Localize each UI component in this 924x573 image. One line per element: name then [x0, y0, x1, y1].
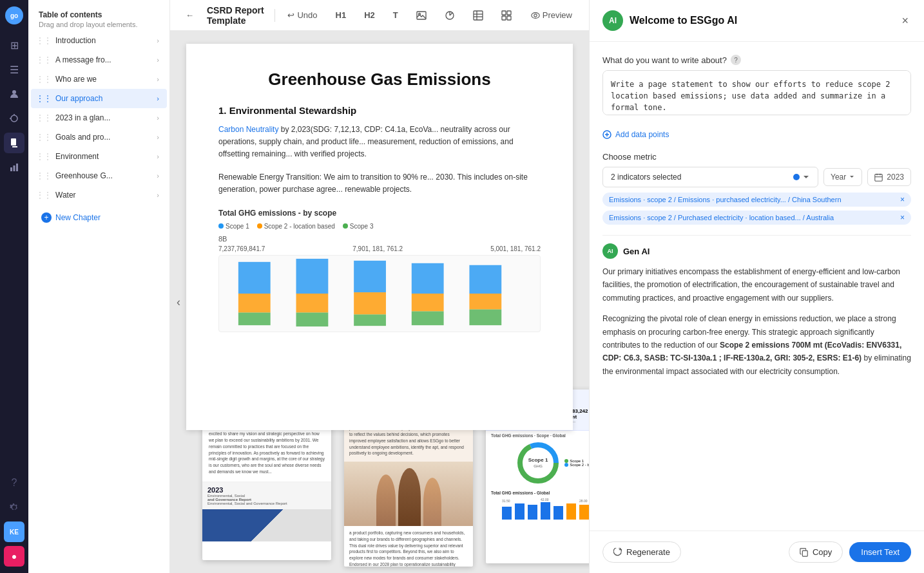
sidebar-item-label: Water — [55, 191, 153, 200]
svg-rect-54 — [875, 174, 882, 181]
copy-button[interactable]: Copy — [789, 541, 843, 563]
chart-section: Total GHG emissions - by scope Scope 1 S… — [218, 209, 541, 332]
drag-handle-icon: ⋮⋮ — [36, 152, 52, 161]
svg-point-19 — [534, 14, 537, 16]
svg-rect-44 — [553, 506, 563, 520]
metric-selector-row: 2 indicators selected Year 2023 — [602, 167, 911, 187]
ai-avatar: AI — [602, 10, 623, 31]
doc-body-paragraph-2: Renewable Energy Transition: We aim to t… — [218, 171, 541, 196]
back-icon: ← — [186, 10, 194, 20]
grid-button[interactable] — [496, 8, 517, 23]
undo-button[interactable]: ↩ Undo — [282, 8, 322, 23]
carbon-neutrality-link[interactable]: Carbon Neutrality — [218, 125, 278, 134]
nav-chart-icon[interactable] — [4, 157, 24, 178]
close-panel-button[interactable]: × — [899, 12, 911, 30]
date-value: 2023 — [887, 173, 904, 182]
tag-close-1[interactable]: × — [900, 195, 905, 204]
regenerate-icon — [613, 548, 622, 557]
text-button[interactable]: T — [388, 8, 403, 23]
svg-rect-23 — [296, 259, 329, 294]
metric-dot — [793, 174, 800, 180]
nav-document-icon[interactable] — [4, 133, 24, 153]
svg-rect-5 — [14, 165, 15, 171]
svg-rect-21 — [238, 294, 271, 313]
legend-scope3: Scope 3 — [343, 223, 374, 230]
svg-rect-4 — [10, 167, 12, 171]
chart-button[interactable] — [439, 8, 460, 23]
sidebar-item-water[interactable]: ⋮⋮ Water › — [31, 185, 167, 205]
preview-button[interactable]: Preview — [525, 8, 579, 23]
help-icon[interactable]: ? — [4, 473, 24, 493]
nav-refresh-icon[interactable] — [4, 108, 24, 129]
chevron-right-icon: › — [157, 133, 159, 141]
new-chapter-button[interactable]: + New Chapter — [34, 207, 164, 228]
ai-panel-title-row: AI Welcome to ESGgo AI — [602, 10, 737, 31]
chevron-right-icon: › — [157, 75, 159, 83]
svg-rect-34 — [469, 310, 501, 326]
h1-button[interactable]: H1 — [331, 8, 352, 23]
add-chapter-icon: + — [41, 212, 52, 223]
svg-text:Scope 1: Scope 1 — [528, 457, 548, 463]
nav-contacts-icon[interactable] — [4, 84, 24, 104]
copy-label: Copy — [813, 547, 832, 557]
sidebar-item-our-approach[interactable]: ⋮⋮ Our approach › — [31, 89, 167, 108]
sidebar-item-label: Environment — [55, 152, 153, 161]
chevron-right-icon: › — [157, 56, 159, 64]
calendar-icon — [874, 173, 883, 182]
footer-actions: Copy Insert Text — [789, 541, 911, 563]
add-data-label: Add data points — [615, 130, 669, 139]
svg-point-36 — [520, 445, 556, 481]
chart-legend: Scope 1 Scope 2 - location based Scope 3 — [218, 223, 541, 230]
tag-close-2[interactable]: × — [900, 213, 905, 222]
svg-rect-45 — [566, 503, 576, 520]
svg-point-1 — [11, 115, 17, 122]
user-avatar-ke[interactable]: KE — [4, 521, 24, 542]
chevron-right-icon: › — [157, 191, 159, 199]
back-button[interactable]: ← — [180, 8, 199, 23]
sidebar-item-environment[interactable]: ⋮⋮ Environment › — [31, 147, 167, 166]
svg-rect-46 — [579, 505, 589, 520]
chart-container — [218, 255, 541, 332]
regenerate-label: Regenerate — [626, 547, 670, 557]
chart-values: 7,237,769,841.7 7,901, 181, 761.2 5,001,… — [218, 245, 541, 252]
sidebar-item-who-are-we[interactable]: ⋮⋮ Who are we › — [31, 70, 167, 89]
user-avatar-second[interactable]: ● — [4, 546, 24, 567]
nav-home-icon[interactable]: ⊞ — [4, 35, 24, 55]
year-dropdown[interactable]: Year — [823, 168, 862, 186]
sidebar-item-greenhouse[interactable]: ⋮⋮ Greenhouse G... › — [31, 166, 167, 185]
svg-text:42.00: 42.00 — [541, 498, 549, 502]
sidebar: Table of contents Drag and drop layout e… — [28, 0, 170, 573]
svg-rect-0 — [12, 90, 16, 94]
drag-handle-icon: ⋮⋮ — [36, 94, 52, 103]
chart-prefix: 8B — [218, 235, 541, 243]
info-icon[interactable]: ? — [731, 55, 741, 65]
sidebar-item-introduction[interactable]: ⋮⋮ Introduction › — [31, 31, 167, 50]
svg-rect-6 — [16, 164, 18, 171]
sidebar-item-2023-glan[interactable]: ⋮⋮ 2023 in a glan... › — [31, 108, 167, 127]
sidebar-item-message[interactable]: ⋮⋮ A message fro... › — [31, 50, 167, 70]
image-button[interactable] — [411, 8, 432, 23]
indicator-dropdown[interactable]: 2 indicators selected — [602, 167, 818, 187]
prompt-label: What do you want to write about? ? — [602, 55, 911, 65]
chevron-right-icon: › — [157, 172, 159, 180]
legend-scope1: Scope 1 — [218, 223, 249, 230]
settings-icon[interactable] — [4, 497, 24, 518]
ai-response-header: AI Gen AI — [602, 243, 911, 259]
insert-label: Insert Text — [861, 547, 900, 557]
sidebar-item-goals[interactable]: ⋮⋮ Goals and pro... › — [31, 127, 167, 147]
prompt-textarea[interactable]: Write a page statement to show our effor… — [602, 70, 911, 115]
table-button[interactable] — [468, 8, 488, 23]
insert-text-button[interactable]: Insert Text — [849, 542, 911, 562]
h2-button[interactable]: H2 — [359, 8, 380, 23]
add-data-points-button[interactable]: Add data points — [602, 127, 911, 142]
date-dropdown[interactable]: 2023 — [867, 168, 911, 186]
nav-apps-icon[interactable]: ☰ — [4, 59, 24, 80]
drag-handle-icon: ⋮⋮ — [36, 113, 52, 122]
sidebar-item-label: Introduction — [55, 36, 153, 45]
svg-rect-32 — [469, 265, 501, 294]
prev-page-button[interactable]: ‹ — [177, 296, 180, 309]
svg-rect-25 — [296, 312, 329, 326]
regenerate-button[interactable]: Regenerate — [602, 541, 681, 563]
drag-handle-icon: ⋮⋮ — [36, 36, 52, 45]
svg-rect-33 — [469, 294, 501, 310]
